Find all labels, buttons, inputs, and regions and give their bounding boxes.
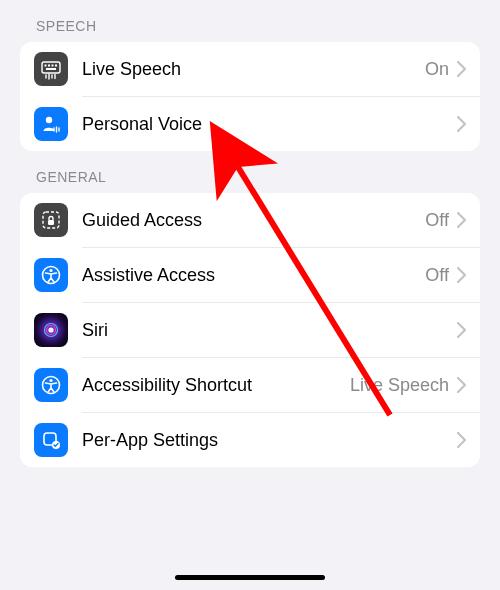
svg-point-6 [46, 117, 52, 123]
svg-rect-4 [55, 65, 57, 67]
row-value: Off [425, 210, 449, 231]
row-value: Off [425, 265, 449, 286]
row-label: Guided Access [82, 210, 425, 231]
siri-icon [34, 313, 68, 347]
row-label: Accessibility Shortcut [82, 375, 350, 396]
card-general: Guided Access Off Assistive Access Off [20, 193, 480, 467]
section-header-general: GENERAL [0, 151, 500, 193]
row-live-speech[interactable]: Live Speech On [20, 42, 480, 96]
chevron-right-icon [457, 322, 466, 338]
svg-point-10 [49, 269, 52, 272]
svg-rect-0 [42, 62, 60, 73]
row-siri[interactable]: Siri [20, 303, 480, 357]
lock-dashed-icon [34, 203, 68, 237]
chevron-right-icon [457, 377, 466, 393]
accessibility-icon [34, 368, 68, 402]
row-accessibility-shortcut[interactable]: Accessibility Shortcut Live Speech [20, 358, 480, 412]
person-voice-icon [34, 107, 68, 141]
app-check-icon [34, 423, 68, 457]
svg-point-13 [48, 327, 53, 332]
row-value: Live Speech [350, 375, 449, 396]
svg-rect-3 [52, 65, 54, 67]
chevron-right-icon [457, 267, 466, 283]
section-header-speech: SPEECH [0, 0, 500, 42]
card-speech: Live Speech On Personal Voice [20, 42, 480, 151]
row-assistive-access[interactable]: Assistive Access Off [20, 248, 480, 302]
row-label: Siri [82, 320, 457, 341]
row-value: On [425, 59, 449, 80]
row-label: Per-App Settings [82, 430, 457, 451]
svg-rect-8 [48, 220, 54, 225]
accessibility-icon [34, 258, 68, 292]
svg-rect-1 [45, 65, 47, 67]
svg-rect-5 [46, 68, 56, 70]
chevron-right-icon [457, 432, 466, 448]
keyboard-audio-icon [34, 52, 68, 86]
row-guided-access[interactable]: Guided Access Off [20, 193, 480, 247]
svg-rect-2 [48, 65, 50, 67]
svg-point-15 [49, 379, 52, 382]
row-per-app-settings[interactable]: Per-App Settings [20, 413, 480, 467]
row-personal-voice[interactable]: Personal Voice [20, 97, 480, 151]
home-indicator[interactable] [175, 575, 325, 580]
row-label: Assistive Access [82, 265, 425, 286]
chevron-right-icon [457, 212, 466, 228]
chevron-right-icon [457, 61, 466, 77]
row-label: Personal Voice [82, 114, 457, 135]
chevron-right-icon [457, 116, 466, 132]
row-label: Live Speech [82, 59, 425, 80]
